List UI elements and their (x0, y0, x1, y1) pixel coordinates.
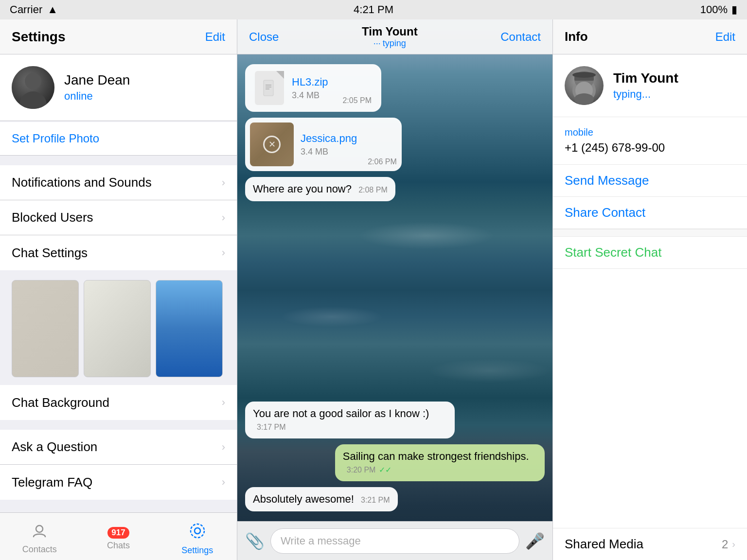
message-text-3: Sailing can make strongest friendships. … (335, 444, 545, 481)
settings-item-blocked[interactable]: Blocked Users › (0, 200, 237, 235)
message-text-4: Absolutely awesome! 3:21 PM (245, 487, 398, 511)
contact-button[interactable]: Contact (500, 30, 541, 44)
settings-header: Settings Edit (0, 19, 237, 54)
chevron-icon-notifications: › (222, 176, 225, 189)
settings-item-ask-label: Ask a Question (12, 439, 97, 455)
settings-panel: Settings Edit Jane Dean online Set Profi… (0, 19, 237, 560)
message-time-3: 3:20 PM (347, 466, 376, 474)
close-button[interactable]: Close (249, 30, 279, 44)
send-message-label: Send Message (565, 173, 649, 188)
cancel-icon: ✕ (263, 136, 281, 153)
tab-contacts[interactable]: Contacts (0, 518, 79, 555)
typing-status: typing (383, 38, 406, 49)
bg-preview-2[interactable] (84, 280, 151, 377)
message-text-content-3: Sailing can make strongest friendships. (343, 450, 529, 462)
info-edit-button[interactable]: Edit (715, 30, 735, 44)
mic-button[interactable]: 🎤 (525, 532, 545, 550)
svg-point-0 (36, 525, 43, 532)
image-size-jessica: 3.4 MB (301, 147, 357, 157)
tab-contacts-label: Contacts (22, 544, 57, 555)
settings-item-notifications-label: Notifications and Sounds (12, 175, 152, 190)
settings-item-faq-label: Telegram FAQ (12, 475, 92, 490)
chat-panel: Close Tim Yount ··· typing Contact (237, 19, 552, 560)
battery-icon: ▮ (731, 3, 737, 16)
message-text-content-4: Absolutely awesome! (253, 493, 354, 505)
settings-item-chat-background[interactable]: Chat Background › (0, 385, 237, 420)
background-previews (0, 270, 237, 385)
profile-info: Jane Dean online (64, 72, 225, 103)
tab-chats[interactable]: 917 Chats (79, 522, 158, 551)
avatar[interactable] (12, 66, 54, 109)
chat-header-center: Tim Yount ··· typing (362, 25, 418, 49)
bg-preview-3[interactable] (156, 280, 223, 377)
tab-settings-label: Settings (181, 545, 213, 556)
message-placeholder: Write a message (281, 535, 361, 547)
message-time-4: 3:21 PM (361, 496, 390, 504)
message-text-content-1: Where are you now? (253, 183, 352, 195)
message-text-1: Where are you now? 2:08 PM (245, 177, 395, 201)
send-message-action[interactable]: Send Message (553, 165, 747, 197)
message-text-content-2: You are not a good sailor as I know :) (253, 407, 429, 420)
info-panel: Info Edit Tim Yount (552, 19, 747, 560)
message-input[interactable]: Write a message (270, 528, 519, 554)
avatar-head (25, 73, 41, 89)
settings-item-faq[interactable]: Telegram FAQ › (0, 465, 237, 500)
settings-item-notifications[interactable]: Notifications and Sounds › (0, 165, 237, 200)
svg-rect-3 (264, 80, 273, 96)
svg-point-12 (574, 93, 594, 105)
info-contact-name: Tim Yount (613, 70, 678, 86)
file-name-hl3: HL3.zip (292, 76, 331, 88)
status-bar-right: 100% ▮ (700, 3, 737, 16)
info-title: Info (565, 29, 588, 44)
settings-item-chat-settings-label: Chat Settings (12, 245, 88, 261)
settings-item-chat-settings[interactable]: Chat Settings › (0, 235, 237, 270)
settings-item-ask[interactable]: Ask a Question › (0, 430, 237, 465)
info-avatar-image (565, 66, 604, 105)
info-typing-status: typing... (613, 88, 678, 101)
chevron-icon-shared-media: › (732, 539, 735, 550)
svg-point-10 (572, 72, 596, 78)
settings-item-chat-background-label: Chat Background (12, 395, 109, 410)
info-contact-info: Tim Yount typing... (613, 70, 678, 101)
chat-messages: HL3.zip 3.4 MB 2:05 PM ✕ Jessica.png 3.4… (237, 54, 552, 521)
avatar-body (19, 91, 47, 109)
share-contact-label: Share Contact (565, 205, 645, 220)
profile-section: Jane Dean online (0, 54, 237, 121)
image-overlay-jessica: ✕ (250, 122, 294, 166)
secret-chat-label: Start Secret Chat (565, 245, 661, 260)
settings-list-1: Notifications and Sounds › Blocked Users… (0, 165, 237, 270)
carrier-label: Carrier (10, 3, 42, 16)
chat-input-bar: 📎 Write a message 🎤 (237, 521, 552, 560)
tab-settings[interactable]: Settings (158, 517, 237, 556)
settings-title: Settings (12, 29, 65, 45)
avatar-image (12, 66, 54, 109)
set-profile-photo-button[interactable]: Set Profile Photo (0, 122, 237, 156)
avatar-svg (565, 66, 604, 105)
file-time-hl3: 2:05 PM (338, 96, 372, 105)
message-time-1: 2:08 PM (358, 186, 388, 194)
wifi-icon: ▲ (47, 3, 58, 16)
secret-chat-action[interactable]: Start Secret Chat (553, 237, 747, 269)
settings-edit-button[interactable]: Edit (205, 30, 225, 44)
chats-badge-container: 917 (107, 527, 129, 539)
profile-status: online (64, 90, 225, 103)
chevron-icon-faq: › (222, 476, 225, 489)
tab-bar: Contacts 917 Chats Settings (0, 512, 237, 560)
double-tick-icon: ✓✓ (379, 466, 391, 474)
image-details-jessica: Jessica.png 3.4 MB (301, 132, 357, 157)
info-avatar (565, 66, 604, 105)
chat-header: Close Tim Yount ··· typing Contact (237, 19, 552, 54)
share-contact-action[interactable]: Share Contact (553, 197, 747, 229)
message-text-2: You are not a good sailor as I know :) 3… (245, 402, 455, 438)
settings-list-2: Ask a Question › Telegram FAQ › (0, 430, 237, 500)
shared-media-row[interactable]: Shared Media 2 › (553, 528, 747, 560)
attach-button[interactable]: 📎 (245, 532, 265, 550)
message-time-2: 3:17 PM (257, 423, 286, 431)
info-header: Info Edit (553, 19, 747, 54)
info-profile: Tim Yount typing... (553, 54, 747, 117)
tab-chats-label: Chats (107, 541, 130, 551)
message-file-hl3: HL3.zip 3.4 MB 2:05 PM (245, 64, 381, 112)
contacts-icon (32, 523, 47, 542)
chevron-icon-blocked: › (222, 211, 225, 224)
bg-preview-1[interactable] (12, 280, 79, 377)
